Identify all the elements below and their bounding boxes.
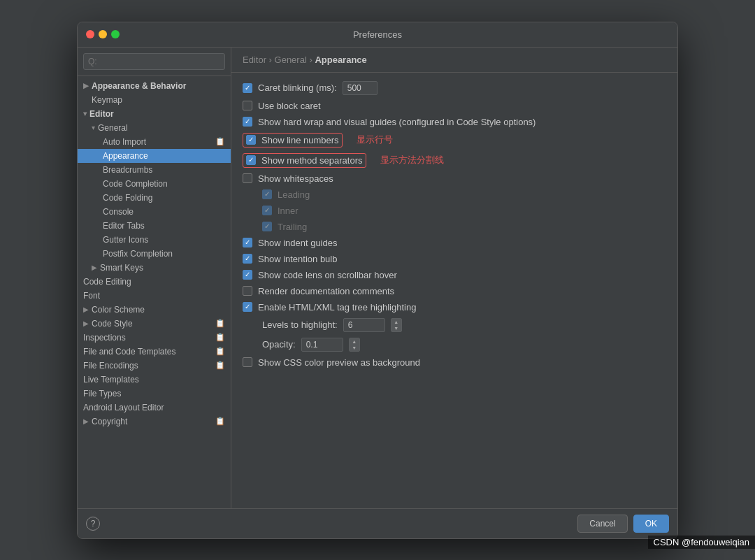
sidebar-item-label: Live Templates xyxy=(83,375,139,385)
sidebar-item-label: File Types xyxy=(83,389,121,399)
setting-label-use-block-caret: Use block caret xyxy=(258,101,321,111)
checkbox-caret-blinking[interactable] xyxy=(243,83,252,93)
window-title: Preferences xyxy=(353,29,402,40)
input-caret-blinking[interactable] xyxy=(343,81,378,95)
doc-icon: 📋 xyxy=(215,319,225,328)
sidebar-item-label: Font xyxy=(83,291,100,301)
sidebar-item-label: Gutter Icons xyxy=(103,235,148,245)
minimize-button[interactable] xyxy=(99,30,107,38)
sidebar-item-gutter-icons[interactable]: Gutter Icons xyxy=(78,233,231,247)
sidebar-item-code-style[interactable]: ▶ Code Style 📋 xyxy=(78,317,231,331)
breadcrumb-general: General xyxy=(275,55,307,65)
preferences-dialog: Preferences ▶ Appearance & Behavior Keym… xyxy=(77,22,678,539)
sidebar-item-label: File Encodings xyxy=(83,361,138,371)
sidebar-item-label: Color Scheme xyxy=(92,305,145,315)
setting-show-css-color: Show CSS color preview as background xyxy=(243,357,666,368)
checkbox-show-code-lens[interactable] xyxy=(243,270,252,280)
sidebar-item-smart-keys[interactable]: ▶ Smart Keys xyxy=(78,261,231,275)
checkbox-leading[interactable] xyxy=(262,189,272,199)
setting-label-show-whitespaces: Show whitespaces xyxy=(258,173,333,184)
checkbox-show-line-numbers[interactable] xyxy=(246,135,256,145)
checkbox-use-block-caret[interactable] xyxy=(243,101,252,110)
checkbox-enable-html-xml[interactable] xyxy=(243,302,252,312)
setting-enable-html-xml: Enable HTML/XML tag tree highlighting xyxy=(243,302,666,313)
traffic-lights xyxy=(86,30,120,38)
doc-icon: 📋 xyxy=(215,417,225,426)
sidebar-item-code-editing[interactable]: Code Editing xyxy=(78,275,231,289)
sidebar-item-label: Code Editing xyxy=(83,277,131,287)
sidebar-item-label: Code Style xyxy=(92,319,133,329)
checkbox-show-indent-guides[interactable] xyxy=(243,238,252,247)
cancel-button[interactable]: Cancel xyxy=(577,515,627,533)
setting-label-inner: Inner xyxy=(278,206,299,216)
help-button[interactable]: ? xyxy=(86,517,100,531)
spinner-opacity-up-button[interactable]: ▲ xyxy=(350,338,359,345)
sidebar-item-file-types[interactable]: File Types xyxy=(78,387,231,401)
sidebar-item-copyright[interactable]: ▶ Copyright 📋 xyxy=(78,415,231,429)
setting-show-intention-bulb: Show intention bulb xyxy=(243,254,666,264)
sidebar-item-code-folding[interactable]: Code Folding xyxy=(78,191,231,205)
sidebar-item-editor-tabs[interactable]: Editor Tabs xyxy=(78,219,231,233)
breadcrumb-editor: Editor xyxy=(243,55,266,65)
sidebar-item-appearance-behavior[interactable]: ▶ Appearance & Behavior xyxy=(78,79,231,93)
sidebar-item-label: Appearance & Behavior xyxy=(92,81,186,91)
setting-label-render-doc-comments: Render documentation comments xyxy=(258,286,394,296)
chevron-down-icon: ▾ xyxy=(92,124,95,131)
chevron-right-icon: ▶ xyxy=(83,82,89,89)
sidebar-item-postfix-completion[interactable]: Postfix Completion xyxy=(78,247,231,261)
right-panel: Editor › General › Appearance Caret blin… xyxy=(231,48,677,508)
setting-show-whitespaces: Show whitespaces xyxy=(243,173,666,184)
spinner-opacity-down-button[interactable]: ▼ xyxy=(350,345,359,351)
sidebar-item-label: Postfix Completion xyxy=(103,249,173,259)
checkbox-show-intention-bulb[interactable] xyxy=(243,254,252,264)
close-button[interactable] xyxy=(86,30,94,38)
sidebar-item-breadcrumbs[interactable]: Breadcrumbs xyxy=(78,163,231,177)
settings-area: Caret blinking (ms): Use block caret Sho… xyxy=(231,73,677,508)
spinner-up-button[interactable]: ▲ xyxy=(391,319,401,325)
input-levels-highlight[interactable] xyxy=(343,318,385,332)
sidebar-item-label: Code Completion xyxy=(103,179,168,189)
checkbox-show-hard-wrap[interactable] xyxy=(243,117,252,127)
sidebar-item-keymap[interactable]: Keymap xyxy=(78,93,231,107)
sidebar-item-auto-import[interactable]: Auto Import 📋 xyxy=(78,135,231,149)
sidebar-item-color-scheme[interactable]: ▶ Color Scheme xyxy=(78,303,231,317)
checkbox-show-css-color[interactable] xyxy=(243,357,252,367)
sidebar-item-android-layout-editor[interactable]: Android Layout Editor xyxy=(78,401,231,415)
breadcrumb: Editor › General › Appearance xyxy=(231,48,677,73)
sidebar-item-font[interactable]: Font xyxy=(78,289,231,303)
checkbox-render-doc-comments[interactable] xyxy=(243,286,252,296)
maximize-button[interactable] xyxy=(111,30,120,38)
sidebar-item-live-templates[interactable]: Live Templates xyxy=(78,373,231,387)
input-opacity[interactable] xyxy=(301,338,343,352)
sidebar-item-code-completion[interactable]: Code Completion xyxy=(78,177,231,191)
sidebar-item-file-encodings[interactable]: File Encodings 📋 xyxy=(78,359,231,373)
setting-label-show-indent-guides: Show indent guides xyxy=(258,238,337,248)
sidebar-item-appearance-active[interactable]: Appearance xyxy=(78,149,231,163)
setting-inner: Inner xyxy=(262,206,666,216)
sidebar-item-inspections[interactable]: Inspections 📋 xyxy=(78,331,231,345)
sidebar-item-file-code-templates[interactable]: File and Code Templates 📋 xyxy=(78,345,231,359)
sidebar-tree: ▶ Appearance & Behavior Keymap ▾ Editor … xyxy=(78,76,231,508)
search-input[interactable] xyxy=(83,53,225,70)
setting-caret-blinking: Caret blinking (ms): xyxy=(243,81,666,95)
sidebar-item-general[interactable]: ▾ General xyxy=(78,121,231,135)
sidebar-item-label: Appearance xyxy=(103,151,148,161)
main-content: ▶ Appearance & Behavior Keymap ▾ Editor … xyxy=(78,48,677,508)
ok-button[interactable]: OK xyxy=(633,515,669,533)
spinner-down-button[interactable]: ▼ xyxy=(391,325,401,331)
spinner-opacity: ▲ ▼ xyxy=(349,338,360,352)
chevron-right-icon: ▶ xyxy=(83,417,89,425)
checkbox-trailing[interactable] xyxy=(262,222,272,231)
setting-label-enable-html-xml: Enable HTML/XML tag tree highlighting xyxy=(258,302,416,313)
checkbox-show-whitespaces[interactable] xyxy=(243,173,252,183)
setting-label-show-intention-bulb: Show intention bulb xyxy=(258,254,337,264)
sidebar-item-label: File and Code Templates xyxy=(83,347,176,357)
checkbox-inner[interactable] xyxy=(262,206,272,215)
setting-label-show-hard-wrap: Show hard wrap and visual guides (config… xyxy=(258,117,535,127)
setting-show-line-numbers: Show line numbers 显示行号 xyxy=(243,133,666,148)
sidebar-item-editor[interactable]: ▾ Editor xyxy=(78,107,231,121)
sidebar-item-console[interactable]: Console xyxy=(78,205,231,219)
setting-levels-highlight: Levels to highlight: ▲ ▼ xyxy=(262,318,666,332)
highlight-box-line-numbers: Show line numbers xyxy=(243,133,343,148)
checkbox-show-method-separators[interactable] xyxy=(246,155,256,165)
